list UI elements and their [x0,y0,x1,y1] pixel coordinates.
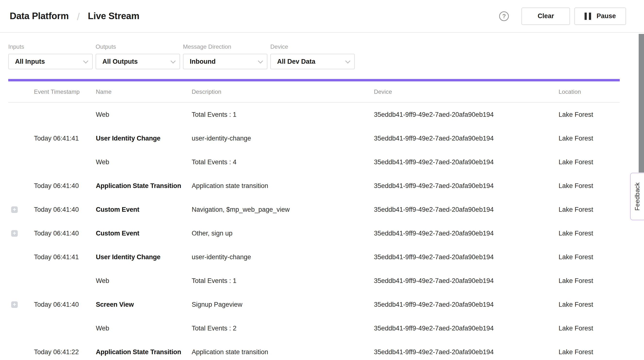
cell-expand: + [8,183,34,189]
breadcrumb: Data Platform / Live Stream [10,11,139,21]
cell-description: user-identity-change [192,135,374,142]
cell-expand: + [8,159,34,166]
expand-icon[interactable]: + [11,301,18,308]
breadcrumb-separator: / [77,11,80,22]
filter-group: Message Direction Inbound [183,43,268,69]
column-header-device: Device [374,88,558,95]
cell-description: Application state transition [192,348,374,356]
filter-dropdown-device[interactable]: All Dev Data [270,54,355,69]
table-header-row: Event Timestamp Name Description Device … [8,81,620,103]
filter-group: Device All Dev Data [270,43,355,69]
cell-device: 35eddb41-9ff9-49e2-7aed-20afa90eb194 [374,182,558,190]
filters-row: Inputs All Inputs Outputs All Outputs Me… [0,33,644,69]
filter-dropdown-message-direction[interactable]: Inbound [183,54,268,69]
cell-name: Screen View [96,301,192,308]
table-row[interactable]: + Today 06:41:40 Application State Trans… [8,174,620,198]
cell-expand: + [8,349,34,356]
feedback-tab[interactable]: Feedback [630,173,644,220]
cell-timestamp: Today 06:41:22 [34,348,96,356]
cell-description: Other, sign up [192,230,374,237]
cell-expand: + [8,135,34,142]
cell-device: 35eddb41-9ff9-49e2-7aed-20afa90eb194 [374,325,558,332]
breadcrumb-item-data-platform[interactable]: Data Platform [10,11,69,21]
vertical-scrollbar[interactable] [639,34,644,173]
cell-location: Lake Forest [558,253,620,261]
table-row[interactable]: + Today 06:41:40 Custom Event Navigation… [8,198,620,221]
table-row[interactable]: + Today 06:41:40 Custom Event Other, sig… [8,221,620,245]
cell-device: 35eddb41-9ff9-49e2-7aed-20afa90eb194 [374,301,558,308]
filter-label: Outputs [96,43,180,50]
table-row[interactable]: + Today 06:41:41 User Identity Change us… [8,245,620,269]
chevron-down-icon [345,58,350,63]
live-stream-page: Data Platform / Live Stream ? Clear Paus… [0,0,644,360]
cell-name: Custom Event [96,206,192,213]
cell-expand: + [8,111,34,118]
cell-expand: + [8,278,34,284]
clear-button[interactable]: Clear [522,7,570,25]
expand-icon[interactable]: + [11,206,18,213]
cell-location: Lake Forest [558,206,620,213]
table-row[interactable]: + Web Total Events : 2 35eddb41-9ff9-49e… [8,316,620,340]
column-header-event-timestamp: Event Timestamp [34,88,96,95]
help-icon[interactable]: ? [499,11,509,21]
pause-button-label: Pause [596,12,616,20]
filter-selected-value: All Outputs [102,58,138,65]
pause-button[interactable]: Pause [574,7,626,25]
chevron-down-icon [83,58,88,63]
table-row[interactable]: + Today 06:41:41 User Identity Change us… [8,127,620,150]
cell-device: 35eddb41-9ff9-49e2-7aed-20afa90eb194 [374,135,558,142]
table-row[interactable]: + Today 06:41:22 Application State Trans… [8,340,620,360]
cell-name: Web [96,277,192,285]
cell-name: User Identity Change [96,135,192,142]
chevron-down-icon [258,58,263,63]
column-header-description: Description [192,88,374,95]
cell-name: Web [96,325,192,332]
cell-location: Lake Forest [558,325,620,332]
cell-device: 35eddb41-9ff9-49e2-7aed-20afa90eb194 [374,253,558,261]
cell-location: Lake Forest [558,182,620,190]
expand-icon[interactable]: + [11,230,18,237]
filter-dropdown-inputs[interactable]: All Inputs [8,54,93,69]
filter-label: Message Direction [183,43,268,50]
filter-selected-value: All Dev Data [277,58,316,65]
filter-group: Outputs All Outputs [96,43,180,69]
feedback-tab-label: Feedback [634,182,641,211]
cell-description: Total Events : 4 [192,159,374,166]
cell-location: Lake Forest [558,135,620,142]
cell-expand: + [8,325,34,332]
column-header-location: Location [558,88,620,95]
cell-name: Web [96,159,192,166]
cell-description: user-identity-change [192,253,374,261]
cell-location: Lake Forest [558,301,620,308]
cell-timestamp: Today 06:41:40 [34,301,96,308]
accent-divider [8,79,620,81]
cell-name: Application State Transition [96,182,192,190]
breadcrumb-item-live-stream: Live Stream [88,11,139,21]
cell-location: Lake Forest [558,159,620,166]
table-row[interactable]: + Today 06:41:40 Screen View Signup Page… [8,293,620,316]
cell-device: 35eddb41-9ff9-49e2-7aed-20afa90eb194 [374,230,558,237]
cell-device: 35eddb41-9ff9-49e2-7aed-20afa90eb194 [374,159,558,166]
cell-description: Navigation, $mp_web_page_view [192,206,374,213]
cell-expand: + [8,206,34,213]
cell-expand: + [8,230,34,237]
filter-dropdown-outputs[interactable]: All Outputs [96,54,180,69]
cell-device: 35eddb41-9ff9-49e2-7aed-20afa90eb194 [374,111,558,119]
table-row[interactable]: + Web Total Events : 4 35eddb41-9ff9-49e… [8,150,620,174]
cell-device: 35eddb41-9ff9-49e2-7aed-20afa90eb194 [374,206,558,213]
column-header-name: Name [96,88,192,95]
cell-timestamp: Today 06:41:40 [34,182,96,190]
top-bar-actions: ? Clear Pause [499,7,626,25]
cell-name: Application State Transition [96,348,192,356]
table-row[interactable]: + Web Total Events : 1 35eddb41-9ff9-49e… [8,103,620,127]
table-row[interactable]: + Web Total Events : 1 35eddb41-9ff9-49e… [8,269,620,293]
cell-timestamp: Today 06:41:40 [34,206,96,213]
cell-device: 35eddb41-9ff9-49e2-7aed-20afa90eb194 [374,348,558,356]
filter-label: Inputs [8,43,93,50]
cell-timestamp: Today 06:41:41 [34,135,96,142]
cell-timestamp: Today 06:41:41 [34,253,96,261]
cell-timestamp: Today 06:41:40 [34,230,96,237]
chevron-down-icon [170,58,176,63]
cell-description: Total Events : 1 [192,277,374,285]
cell-name: User Identity Change [96,253,192,261]
